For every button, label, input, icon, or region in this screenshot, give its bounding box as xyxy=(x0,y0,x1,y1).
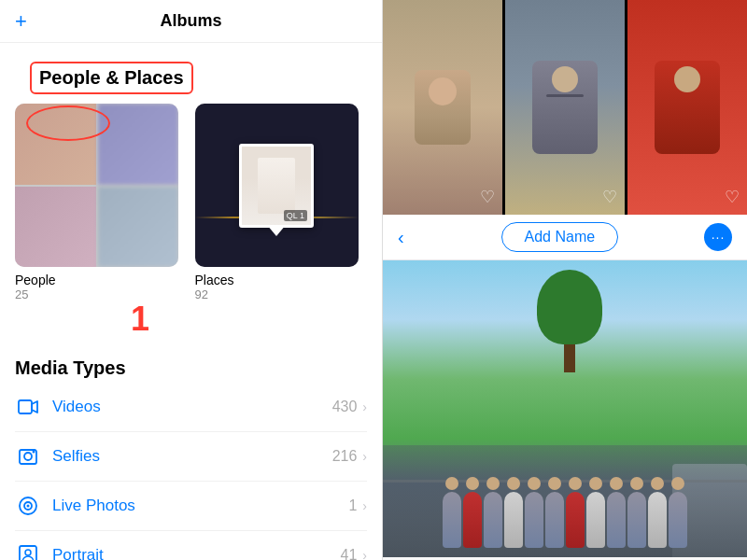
face-bg-1 xyxy=(383,0,502,215)
live-photos-label: Live Photos xyxy=(52,497,348,515)
face-heart-2[interactable]: ♡ xyxy=(602,187,617,207)
places-thumbnail: QL 1 xyxy=(195,104,359,267)
person-1 xyxy=(443,492,461,548)
svg-rect-0 xyxy=(19,400,32,413)
selfie-icon xyxy=(15,443,41,469)
people-places-grid: People 25 QL 1 Places 92 xyxy=(0,104,382,309)
back-button[interactable]: ‹ xyxy=(398,227,404,248)
portrait-count: 41 xyxy=(341,547,358,560)
add-button[interactable]: + xyxy=(15,11,27,32)
person-8 xyxy=(586,492,605,548)
people-places-section-title: People & Places xyxy=(30,62,193,94)
face-3 xyxy=(15,187,96,268)
media-row-videos[interactable]: Videos 430 › xyxy=(15,383,367,432)
selfies-chevron: › xyxy=(362,449,367,464)
person-7 xyxy=(566,492,585,548)
selfies-count: 216 xyxy=(332,448,358,465)
people-label: People xyxy=(15,273,56,287)
face-card-2[interactable]: ♡ xyxy=(505,0,625,215)
person-2 xyxy=(463,492,482,548)
media-row-portrait[interactable]: Portrait 41 › xyxy=(15,531,367,560)
albums-title: Albums xyxy=(160,11,221,31)
person-12 xyxy=(669,492,687,548)
svg-point-2 xyxy=(24,453,32,460)
person-9 xyxy=(607,492,626,548)
person-4 xyxy=(504,492,523,548)
face-cards-area: 2 ↓ ♡ ♡ xyxy=(383,0,747,215)
face-row: ♡ ♡ ♡ xyxy=(383,0,747,215)
portrait-label: Portrait xyxy=(52,546,341,560)
places-count: 92 xyxy=(195,287,208,301)
videos-count: 430 xyxy=(332,399,358,415)
places-item[interactable]: QL 1 Places 92 xyxy=(195,104,368,301)
videos-label: Videos xyxy=(52,398,332,416)
svg-rect-7 xyxy=(20,546,36,560)
places-figure xyxy=(258,158,295,214)
media-row-selfies[interactable]: Selfies 216 › xyxy=(15,432,367,482)
person-5 xyxy=(525,492,543,548)
group-photo-area xyxy=(383,260,747,557)
tree xyxy=(537,270,602,372)
video-icon xyxy=(15,394,41,420)
person-6 xyxy=(545,492,564,548)
face-1 xyxy=(15,104,96,185)
svg-point-3 xyxy=(33,451,35,454)
media-types-section: Media Types Videos 430 › Selfi xyxy=(0,348,382,560)
person-11 xyxy=(648,492,667,548)
places-inner-photo: QL 1 xyxy=(239,144,314,228)
group-photo-background xyxy=(383,260,747,557)
live-icon xyxy=(15,493,41,519)
people-thumbnail xyxy=(15,104,178,267)
add-name-button[interactable]: Add Name xyxy=(501,222,619,252)
add-name-wrapper: Add Name xyxy=(416,222,704,252)
media-types-title: Media Types xyxy=(15,357,367,379)
face-bg-3 xyxy=(627,0,747,215)
albums-header: + Albums xyxy=(0,0,382,43)
person-3 xyxy=(484,492,502,548)
media-row-live[interactable]: Live Photos 1 › xyxy=(15,482,367,531)
places-label: Places xyxy=(195,273,234,287)
live-chevron: › xyxy=(362,498,367,513)
svg-point-6 xyxy=(27,505,30,508)
selfies-label: Selfies xyxy=(52,447,332,466)
people-count: 25 xyxy=(15,287,28,301)
person-10 xyxy=(627,492,646,548)
left-panel: + Albums People & Places People 25 xyxy=(0,0,383,560)
face-card-3[interactable]: ♡ xyxy=(627,0,747,215)
face-4 xyxy=(98,187,179,268)
people-item[interactable]: People 25 xyxy=(15,104,188,301)
videos-chevron: › xyxy=(362,399,367,414)
face-2 xyxy=(98,104,179,185)
face-heart-3[interactable]: ♡ xyxy=(725,187,740,207)
tree-trunk xyxy=(564,344,575,372)
face-card-1[interactable]: ♡ xyxy=(383,0,502,215)
portrait-chevron: › xyxy=(362,548,367,560)
live-count: 1 xyxy=(348,497,357,514)
right-panel: 2 ↓ ♡ ♡ xyxy=(383,0,747,560)
right-toolbar: ‹ Add Name ··· xyxy=(383,215,747,260)
face-heart-1[interactable]: ♡ xyxy=(480,187,495,207)
face-bg-2 xyxy=(505,0,625,215)
svg-point-8 xyxy=(25,550,31,555)
more-button[interactable]: ··· xyxy=(704,223,732,251)
people-group xyxy=(383,445,747,557)
places-ql-badge: QL 1 xyxy=(284,210,307,221)
tree-crown xyxy=(537,270,602,344)
portrait-icon xyxy=(15,542,41,560)
